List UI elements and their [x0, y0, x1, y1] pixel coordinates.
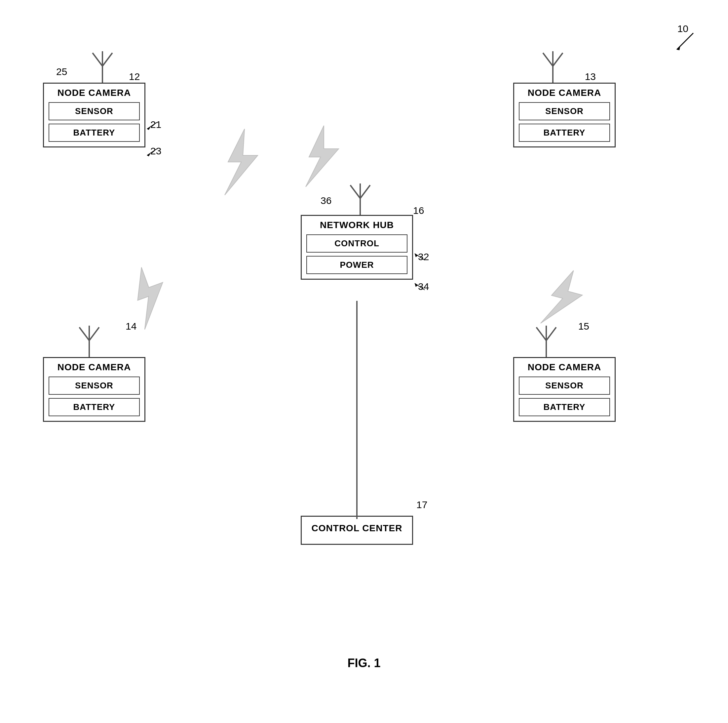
svg-line-15 — [350, 185, 360, 198]
hub-control: CONTROL — [306, 234, 407, 253]
node-camera-13: NODE CAMERA SENSOR BATTERY — [513, 83, 616, 147]
node-15-sensor: SENSOR — [519, 377, 610, 395]
ref-17: 17 — [416, 499, 427, 510]
ref-16: 16 — [413, 205, 424, 216]
svg-line-8 — [147, 149, 157, 155]
svg-line-25 — [89, 327, 99, 340]
control-center-title: CONTROL CENTER — [306, 523, 407, 534]
node-15-battery: BATTERY — [519, 398, 610, 416]
lightning-top-left-icon — [205, 126, 271, 198]
network-hub-16: NETWORK HUB CONTROL POWER — [301, 215, 413, 280]
svg-line-23 — [79, 327, 89, 340]
control-center-17: CONTROL CENTER — [301, 516, 413, 545]
diagram: { "title": "FIG. 1", "ref_numbers": { "r… — [0, 0, 728, 723]
arrow-34-icon — [413, 282, 426, 292]
hub-title: NETWORK HUB — [306, 220, 407, 230]
lightning-top-right-icon — [288, 122, 347, 188]
antenna-13-icon — [536, 46, 569, 83]
node-12-battery: BATTERY — [49, 124, 140, 142]
svg-line-17 — [360, 185, 370, 198]
lightning-left-icon — [109, 257, 182, 338]
node-13-sensor: SENSOR — [519, 102, 610, 120]
node-12-title: NODE CAMERA — [49, 87, 140, 98]
node-12-sensor: SENSOR — [49, 102, 140, 120]
node-13-title: NODE CAMERA — [519, 87, 610, 98]
svg-line-13 — [553, 53, 563, 66]
antenna-12-icon — [86, 46, 119, 83]
hub-power: POWER — [306, 256, 407, 274]
svg-marker-21 — [415, 283, 418, 287]
arrow-23-icon — [145, 147, 159, 157]
svg-line-27 — [536, 327, 546, 340]
figure-label: FIG. 1 — [347, 656, 380, 670]
arrow-10-icon — [670, 30, 697, 56]
svg-line-0 — [677, 33, 693, 50]
ref-12: 12 — [129, 71, 140, 82]
node-15-title: NODE CAMERA — [519, 362, 610, 372]
node-camera-14: NODE CAMERA SENSOR BATTERY — [43, 357, 145, 422]
antenna-14-icon — [73, 321, 106, 357]
ref-13: 13 — [585, 71, 596, 82]
svg-line-6 — [147, 122, 157, 129]
svg-marker-31 — [225, 129, 258, 195]
node-14-title: NODE CAMERA — [49, 362, 140, 372]
node-14-battery: BATTERY — [49, 398, 140, 416]
ref-36: 36 — [321, 195, 332, 206]
svg-marker-33 — [124, 262, 176, 329]
antenna-hub-icon — [344, 179, 377, 215]
svg-line-5 — [102, 53, 112, 66]
node-camera-12: NODE CAMERA SENSOR BATTERY — [43, 83, 145, 147]
svg-marker-19 — [415, 254, 418, 257]
connection-line-icon — [355, 301, 359, 519]
arrow-32-icon — [413, 252, 426, 262]
node-camera-15: NODE CAMERA SENSOR BATTERY — [513, 357, 616, 422]
ref-25: 25 — [56, 66, 67, 77]
node-13-battery: BATTERY — [519, 124, 610, 142]
svg-marker-32 — [306, 126, 339, 187]
node-14-sensor: SENSOR — [49, 377, 140, 395]
arrow-21-icon — [145, 121, 159, 130]
svg-line-11 — [543, 53, 553, 66]
svg-line-3 — [93, 53, 102, 66]
